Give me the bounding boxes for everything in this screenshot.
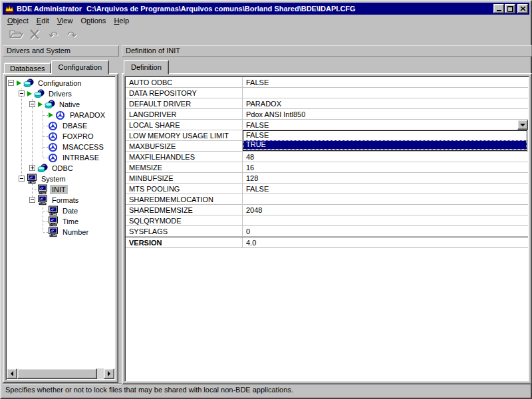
menu-edit[interactable]: Edit xyxy=(33,15,53,27)
property-value[interactable]: 16 xyxy=(243,162,528,173)
menu-view[interactable]: View xyxy=(53,15,77,27)
property-value[interactable] xyxy=(243,88,528,98)
menu-options[interactable]: Options xyxy=(76,15,110,27)
property-value[interactable]: FALSE xyxy=(243,120,528,130)
property-name[interactable]: MAXFILEHANDLES xyxy=(126,152,243,162)
tree-item-label[interactable]: Native xyxy=(57,100,82,109)
property-name[interactable]: DEFAULT DRIVER xyxy=(126,98,243,109)
property-value[interactable]: 4.0 xyxy=(243,237,528,248)
tree-item-label[interactable]: PARADOX xyxy=(68,110,107,120)
minimize-button[interactable] xyxy=(493,4,504,13)
status-bar: Specifies whether or not to lock files t… xyxy=(3,383,529,396)
property-value[interactable]: 2048 xyxy=(243,205,528,215)
tree-item-label[interactable]: MSACCESS xyxy=(61,142,106,152)
tree-item-time[interactable]: Time xyxy=(7,216,114,227)
tree-item-odbc[interactable]: ODBC xyxy=(7,163,114,174)
scrollbar-thumb[interactable] xyxy=(17,368,97,379)
tree-item-msaccess[interactable]: MSACCESS xyxy=(7,142,114,152)
property-name[interactable]: DATA REPOSITORY xyxy=(126,88,243,98)
property-value[interactable]: PARADOX xyxy=(243,98,528,109)
tree-item-label[interactable]: Number xyxy=(61,227,90,237)
close-button[interactable] xyxy=(517,4,528,13)
scroll-left-button[interactable] xyxy=(7,368,17,379)
right-panel: AUTO ODBCFALSEDATA REPOSITORYDEFAULT DRI… xyxy=(122,73,532,384)
expand-box-icon[interactable] xyxy=(29,165,35,171)
delete-button[interactable] xyxy=(25,27,44,43)
property-value[interactable]: 128 xyxy=(243,173,528,184)
tree-item-label[interactable]: Date xyxy=(61,206,80,215)
property-name[interactable]: LOW MEMORY USAGE LIMIT xyxy=(126,130,243,141)
property-name[interactable]: MAXBUFSIZE xyxy=(126,141,243,152)
computer-icon xyxy=(48,227,59,237)
tree-container: ConfigurationDriversNativePARADOXDBASEFO… xyxy=(5,76,116,380)
tree-indent-guide xyxy=(7,120,18,131)
tree-item-configuration[interactable]: Configuration xyxy=(7,78,114,88)
collapse-box-icon[interactable] xyxy=(29,101,35,107)
tree-item-paradox[interactable]: PARADOX xyxy=(7,110,114,120)
local-share-dropdown-button[interactable] xyxy=(517,120,528,130)
collapse-box-icon[interactable] xyxy=(8,80,14,86)
tree-item-label[interactable]: ODBC xyxy=(50,164,75,173)
restore-button[interactable] xyxy=(505,4,515,13)
property-name[interactable]: LANGDRIVER xyxy=(126,109,243,120)
tree-item-label[interactable]: INIT xyxy=(50,185,68,194)
tree-item-dbase[interactable]: DBASE xyxy=(7,120,114,131)
property-value[interactable] xyxy=(243,215,528,226)
tree-item-drivers[interactable]: Drivers xyxy=(7,88,114,99)
collapse-box-icon[interactable] xyxy=(19,90,25,96)
tree-indent-guide xyxy=(7,163,18,174)
tree-item-formats[interactable]: Formats xyxy=(7,195,114,205)
property-row-sysflags: SYSFLAGS0 xyxy=(126,226,528,237)
tree-item-foxpro[interactable]: FOXPRO xyxy=(7,131,114,142)
tree-item-label[interactable]: INTRBASE xyxy=(61,153,101,162)
dropdown-option-true[interactable]: TRUE xyxy=(243,140,527,150)
tree-item-intrbase[interactable]: INTRBASE xyxy=(7,152,114,163)
property-name[interactable]: MINBUFSIZE xyxy=(126,173,243,184)
tab-definition[interactable]: Definition xyxy=(124,60,169,74)
property-value[interactable]: FALSE xyxy=(243,77,528,88)
property-name[interactable]: SHAREDMEMSIZE xyxy=(126,205,243,215)
property-name[interactable]: MTS POOLING xyxy=(126,184,243,194)
tree-item-number[interactable]: Number xyxy=(7,227,114,237)
tree-item-label[interactable]: Drivers xyxy=(47,89,74,98)
computer-icon xyxy=(27,174,37,184)
tab-configuration[interactable]: Configuration xyxy=(51,60,109,74)
redo-button[interactable]: ↷ xyxy=(63,27,81,43)
tree-item-label[interactable]: DBASE xyxy=(61,121,89,130)
property-name[interactable]: SQLQRYMODE xyxy=(126,215,243,226)
horizontal-scrollbar[interactable] xyxy=(7,368,114,379)
property-value[interactable]: FALSE xyxy=(243,184,528,194)
menu-help[interactable]: Help xyxy=(110,15,133,27)
property-value[interactable] xyxy=(243,194,528,205)
tree-connector xyxy=(39,110,48,120)
open-button[interactable] xyxy=(7,27,25,43)
tree-item-init[interactable]: INIT xyxy=(7,184,114,195)
tree-item-label[interactable]: Time xyxy=(61,217,80,226)
dropdown-option-false[interactable]: FALSE xyxy=(243,131,527,140)
close-icon xyxy=(520,6,526,11)
property-name[interactable]: SYSFLAGS xyxy=(126,226,243,237)
arrow-left-icon xyxy=(11,371,13,376)
tree-item-label[interactable]: Configuration xyxy=(36,78,83,88)
property-name[interactable]: VERSION xyxy=(126,237,243,248)
collapse-box-icon[interactable] xyxy=(29,197,35,203)
tree-item-label[interactable]: Formats xyxy=(50,196,80,205)
tree-item-date[interactable]: Date xyxy=(7,205,114,216)
tree-item-native[interactable]: Native xyxy=(7,99,114,110)
property-name[interactable]: MEMSIZE xyxy=(126,162,243,173)
property-value[interactable]: Pdox ANSI Intl850 xyxy=(243,109,528,120)
property-row-version: VERSION4.0 xyxy=(126,237,528,247)
scroll-right-button[interactable] xyxy=(104,368,114,379)
tree-item-label[interactable]: System xyxy=(39,174,68,184)
property-name[interactable]: LOCAL SHARE xyxy=(126,120,243,130)
property-value[interactable]: 0 xyxy=(243,226,528,237)
menu-object[interactable]: Object xyxy=(3,15,33,27)
collapse-box-icon[interactable] xyxy=(19,176,25,182)
tree-item-label[interactable]: FOXPRO xyxy=(61,132,95,141)
property-name[interactable]: SHAREDMEMLOCATION xyxy=(126,194,243,205)
property-value[interactable]: 48 xyxy=(243,152,528,162)
tree-indent-guide xyxy=(29,120,39,131)
tree-item-system[interactable]: System xyxy=(7,174,114,184)
property-name[interactable]: AUTO ODBC xyxy=(126,77,243,88)
undo-button[interactable]: ↶ xyxy=(44,27,63,43)
